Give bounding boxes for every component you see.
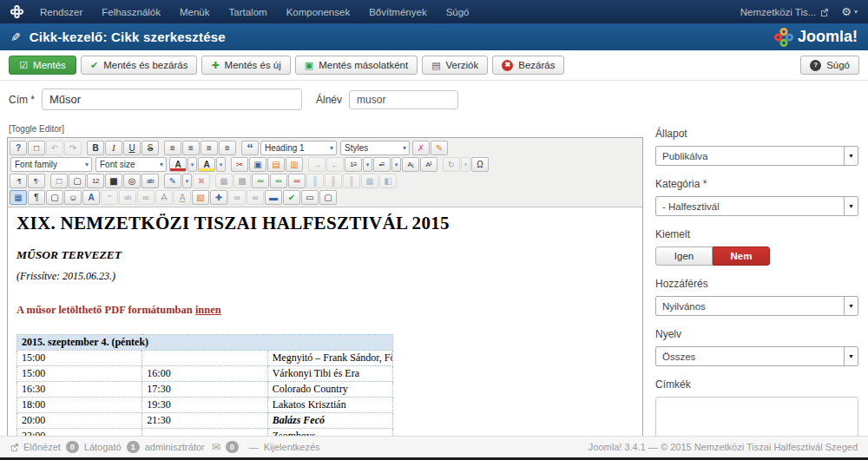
tags-input[interactable]: [655, 397, 858, 439]
insert-image-icon[interactable]: ▧: [192, 190, 209, 205]
remove-format-icon[interactable]: ✗: [412, 141, 430, 155]
find-replace-icon[interactable]: ab: [141, 174, 159, 188]
underline-icon[interactable]: U: [123, 141, 141, 155]
rtl-direction-icon[interactable]: ¶·: [28, 174, 45, 188]
featured-yes-button[interactable]: Igen: [655, 246, 713, 266]
access-select[interactable]: Nyilvános ▼: [655, 296, 858, 316]
align-left-icon[interactable]: ≡: [164, 141, 181, 155]
emotions-icon[interactable]: ☺: [64, 190, 82, 205]
action-toolbar: ☑ Mentés ✔ Mentés és bezárás ✚ Mentés és…: [0, 50, 868, 81]
new-document-icon[interactable]: □: [28, 141, 45, 155]
unordered-list-icon[interactable]: •≡: [373, 157, 391, 172]
text-color-icon[interactable]: A: [169, 157, 187, 172]
format-select[interactable]: Heading 1▾: [260, 141, 337, 155]
logout-link[interactable]: Kijelentkezés: [264, 442, 320, 452]
blockquote-icon[interactable]: “: [241, 141, 259, 155]
ordered-list-caret-icon[interactable]: ▾: [363, 157, 372, 172]
align-justify-icon[interactable]: ≡: [219, 141, 236, 155]
edit-css-caret-icon[interactable]: ▾: [182, 174, 192, 188]
page-properties-icon[interactable]: ▢: [46, 190, 63, 205]
visual-chars-icon[interactable]: A: [82, 190, 100, 205]
preview-icon[interactable]: ▢: [69, 174, 86, 188]
cell-properties-icon: ◧: [379, 174, 397, 188]
insert-row-above-icon[interactable]: ═: [252, 174, 269, 188]
bold-icon[interactable]: B: [87, 141, 104, 155]
paste-icon[interactable]: ▤: [267, 157, 285, 172]
access-label: Hozzáférés: [655, 278, 858, 290]
anchor-icon[interactable]: ✚: [210, 190, 227, 205]
superscript-icon[interactable]: A¹: [420, 157, 437, 172]
find-icon[interactable]: ◎: [123, 174, 141, 188]
preview-link[interactable]: Előnézet: [10, 442, 61, 452]
menu-item-menuk[interactable]: Menük: [170, 7, 220, 17]
mail-icon[interactable]: ✉: [212, 441, 220, 453]
site-name-label: Nemzetközi Tis...: [740, 7, 817, 17]
save-close-label: Mentés és bezárás: [103, 60, 187, 70]
help-button[interactable]: ? Súgó: [800, 56, 859, 75]
toggle-editor-link[interactable]: [Toggle Editor]: [9, 124, 64, 134]
pdf-download-link[interactable]: innen: [195, 304, 221, 316]
highlight-color-icon[interactable]: A: [198, 157, 215, 172]
print-icon[interactable]: ▦: [105, 174, 122, 188]
save-new-button[interactable]: ✚ Mentés és új: [201, 56, 290, 75]
archive-icon: ▤: [431, 61, 440, 70]
cut-icon[interactable]: ✂: [231, 157, 248, 172]
font-size-select[interactable]: Font size▾: [95, 157, 167, 172]
menu-item-komponensek[interactable]: Komponensek: [277, 7, 360, 17]
special-character-icon[interactable]: Ω: [471, 157, 489, 172]
edit-css-icon[interactable]: ✎: [164, 174, 181, 188]
footer-separator: —: [249, 442, 259, 452]
site-preview-link[interactable]: Nemzetközi Tis...: [740, 7, 830, 17]
ordered-list-icon[interactable]: 1≡: [345, 157, 362, 172]
menu-item-rendszer[interactable]: Rendszer: [30, 7, 92, 17]
menu-item-tartalom[interactable]: Tartalom: [220, 7, 277, 17]
paste-word-icon[interactable]: ▥: [286, 157, 303, 172]
strikethrough-icon[interactable]: S: [141, 141, 159, 155]
highlight-color-caret-icon[interactable]: ▾: [216, 157, 226, 172]
save-copy-button[interactable]: ▣ Mentés másolatként: [295, 56, 418, 75]
editor-content-area[interactable]: XIX. NEMZETKÖZI TISZAI HALFESZTIVÁL 2015…: [8, 207, 642, 442]
insert-date-icon[interactable]: 12: [87, 174, 104, 188]
alias-input[interactable]: [349, 90, 458, 109]
menu-item-sugo[interactable]: Súgó: [437, 7, 479, 17]
styles-select[interactable]: Styles▾: [340, 141, 410, 155]
copy-icon[interactable]: ▣: [249, 157, 266, 172]
font-family-select[interactable]: Font family▾: [10, 157, 92, 172]
joomla-menu-icon[interactable]: [10, 5, 23, 18]
help-icon[interactable]: ?: [10, 141, 27, 155]
insert-hr-icon[interactable]: ▭: [301, 190, 319, 205]
save-close-button[interactable]: ✔ Mentés és bezárás: [81, 56, 197, 75]
align-right-icon[interactable]: ≡: [201, 141, 218, 155]
subscript-icon[interactable]: A₁: [402, 157, 419, 172]
close-button[interactable]: ✖ Bezárás: [492, 56, 564, 75]
title-input[interactable]: [42, 89, 302, 110]
horizontal-rule-icon[interactable]: ▬: [265, 190, 282, 205]
ltr-direction-icon[interactable]: ·¶: [10, 174, 27, 188]
spellcheck-icon[interactable]: ✔: [283, 190, 300, 205]
save-button[interactable]: ☑ Mentés: [9, 56, 76, 75]
language-select[interactable]: Összes ▼: [655, 346, 858, 366]
show-blocks-icon[interactable]: ¶: [28, 190, 45, 205]
category-select[interactable]: - Halfesztivál ▼: [655, 196, 858, 216]
article-heading: XIX. NEMZETKÖZI TISZAI HALFESZTIVÁL 2015: [16, 213, 634, 234]
menu-item-bovitmenyek[interactable]: Bővítmények: [359, 7, 436, 17]
admin-footer: Előnézet 0 Látogató 1 adminisztrátor ✉ 0…: [0, 436, 868, 457]
fullscreen-icon[interactable]: □: [50, 174, 68, 188]
category-value: - Halfesztivál: [662, 201, 720, 212]
italic-icon[interactable]: I: [105, 141, 122, 155]
unordered-list-caret-icon[interactable]: ▾: [391, 157, 401, 172]
align-center-icon[interactable]: ≡: [182, 141, 200, 155]
footer-version-copyright: Joomla! 3.4.1 — © 2015 Nemzetközi Tiszai…: [589, 442, 858, 452]
insert-table-icon[interactable]: ▦: [10, 190, 27, 205]
versions-button[interactable]: ▤ Verziók: [422, 56, 488, 75]
text-color-caret-icon[interactable]: ▾: [187, 157, 197, 172]
featured-no-button[interactable]: Nem: [713, 246, 770, 266]
menu-item-felhasznalok[interactable]: Felhasználók: [92, 7, 170, 17]
insert-iframe-icon[interactable]: ▢: [319, 190, 337, 205]
status-select[interactable]: Publikálva ▼: [655, 146, 858, 166]
cleanup-code-icon[interactable]: ✎: [431, 141, 448, 155]
insert-row-below-icon[interactable]: ═: [270, 174, 287, 188]
delete-row-icon[interactable]: ═: [288, 174, 306, 188]
settings-menu[interactable]: ⚙ ▾: [841, 5, 858, 18]
admin-menubar: RendszerFelhasználókMenükTartalomKompone…: [0, 0, 868, 23]
